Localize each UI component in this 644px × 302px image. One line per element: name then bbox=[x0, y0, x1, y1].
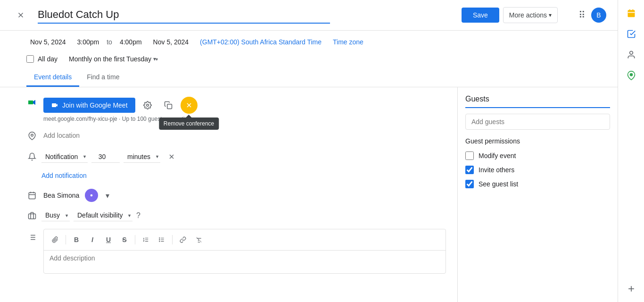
allday-checkbox[interactable] bbox=[26, 55, 34, 63]
close-button[interactable] bbox=[11, 6, 30, 25]
recurrence-row: All day Monthly on the first Tuesday ▾ bbox=[0, 51, 618, 68]
event-title-input[interactable] bbox=[38, 7, 330, 24]
calendar-icon bbox=[26, 190, 38, 201]
svg-point-38 bbox=[630, 74, 632, 76]
left-panel: Join with Google Meet bbox=[0, 87, 457, 302]
join-meet-label: Join with Google Meet bbox=[62, 101, 128, 109]
svg-rect-3 bbox=[28, 101, 33, 104]
avatar[interactable]: B bbox=[591, 8, 606, 23]
sidebar-icon-calendar[interactable] bbox=[622, 4, 641, 23]
tabs-row: Event details Find a time bbox=[0, 68, 618, 87]
numbered-list-button[interactable] bbox=[138, 232, 153, 247]
svg-rect-33 bbox=[627, 10, 635, 17]
tab-find-time[interactable]: Find a time bbox=[79, 68, 127, 87]
tab-event-details[interactable]: Event details bbox=[26, 68, 79, 87]
notification-type-select[interactable]: Notification bbox=[41, 151, 88, 162]
remove-conference-wrapper: Remove conference bbox=[181, 97, 198, 114]
help-icon[interactable]: ? bbox=[136, 211, 140, 220]
recurrence-chevron-icon: ▾ bbox=[153, 56, 156, 62]
calendar-color-button[interactable] bbox=[85, 189, 98, 202]
start-date-button[interactable]: Nov 5, 2024 bbox=[26, 36, 70, 48]
strikethrough-button[interactable]: S bbox=[117, 232, 132, 247]
invite-others-label: Invite others bbox=[479, 166, 514, 174]
timezone-button[interactable]: (GMT+02:00) South Africa Standard Time bbox=[196, 36, 325, 48]
notification-value-input[interactable] bbox=[91, 151, 120, 163]
header: Save More actions ▾ ⠿ B bbox=[0, 0, 618, 31]
svg-rect-11 bbox=[29, 193, 35, 199]
guests-panel: Guests Guest permissions Modify event In… bbox=[457, 87, 618, 302]
chevron-down-icon: ▾ bbox=[549, 12, 552, 18]
see-guest-list-checkbox[interactable] bbox=[465, 180, 474, 188]
bold-button[interactable]: B bbox=[69, 232, 84, 247]
calendar-name: Bea Simona bbox=[43, 192, 79, 199]
description-editor: B I U S bbox=[43, 229, 446, 274]
description-content[interactable] bbox=[44, 251, 446, 273]
sidebar-icon-people[interactable] bbox=[622, 45, 641, 64]
permission-see-guest-list: See guest list bbox=[465, 177, 610, 191]
underline-button[interactable]: U bbox=[101, 232, 116, 247]
meet-link-text: meet.google.com/fhy-xicu-pje · Up to 100… bbox=[43, 116, 446, 122]
svg-point-29 bbox=[159, 238, 160, 238]
svg-point-30 bbox=[159, 239, 160, 240]
modify-event-checkbox[interactable] bbox=[465, 151, 474, 160]
remove-conference-button[interactable] bbox=[181, 97, 198, 114]
busy-status-select[interactable]: Busy bbox=[41, 210, 70, 221]
save-button[interactable]: Save bbox=[462, 8, 499, 23]
join-meet-button[interactable]: Join with Google Meet bbox=[43, 98, 135, 113]
more-actions-label: More actions bbox=[509, 11, 547, 19]
add-guests-input[interactable] bbox=[465, 114, 610, 130]
notification-unit-select[interactable]: minutes bbox=[124, 151, 160, 162]
status-row: Busy ▾ Default visibility ▾ ? bbox=[0, 206, 457, 225]
end-date-button[interactable]: Nov 5, 2024 bbox=[149, 36, 193, 48]
visibility-wrapper: Default visibility ▾ bbox=[74, 210, 132, 221]
svg-line-32 bbox=[197, 237, 202, 243]
permission-modify-event: Modify event bbox=[465, 149, 610, 163]
bell-icon bbox=[26, 151, 38, 162]
description-area: B I U S bbox=[26, 229, 446, 274]
permission-invite-others: Invite others bbox=[465, 163, 610, 177]
bullet-list-button[interactable] bbox=[154, 232, 169, 247]
notification-unit-wrapper: minutes ▾ bbox=[124, 151, 160, 163]
location-input[interactable] bbox=[43, 130, 446, 142]
svg-rect-16 bbox=[29, 214, 36, 219]
description-input[interactable] bbox=[50, 254, 440, 262]
sidebar bbox=[618, 0, 644, 302]
meet-settings-button[interactable] bbox=[139, 97, 156, 114]
start-time-button[interactable]: 3:00pm bbox=[74, 36, 103, 48]
remove-format-button[interactable] bbox=[191, 232, 206, 247]
italic-button[interactable]: I bbox=[85, 232, 100, 247]
description-icon bbox=[26, 232, 38, 243]
sidebar-icon-maps[interactable] bbox=[622, 66, 641, 85]
recurrence-button[interactable]: Monthly on the first Tuesday ▾ bbox=[65, 53, 160, 65]
visibility-select[interactable]: Default visibility bbox=[74, 210, 132, 221]
add-notification-button[interactable]: Add notification bbox=[38, 170, 91, 181]
end-time-button[interactable]: 4:00pm bbox=[116, 36, 146, 48]
svg-point-15 bbox=[91, 194, 93, 197]
toolbar-divider-3 bbox=[172, 235, 173, 244]
meet-copy-button[interactable] bbox=[160, 97, 177, 114]
sidebar-add-button[interactable] bbox=[622, 279, 641, 298]
see-guest-list-label: See guest list bbox=[479, 180, 518, 188]
remove-notification-button[interactable] bbox=[164, 149, 179, 164]
svg-point-37 bbox=[629, 51, 633, 55]
meet-content: Join with Google Meet bbox=[43, 97, 446, 122]
recurrence-value: Monthly on the first Tuesday bbox=[69, 55, 151, 63]
svg-point-31 bbox=[159, 241, 160, 242]
add-notification-row: Add notification bbox=[0, 168, 457, 185]
sidebar-icon-tasks[interactable] bbox=[622, 25, 641, 43]
more-actions-button[interactable]: More actions ▾ bbox=[503, 7, 558, 23]
apps-grid-icon[interactable]: ⠿ bbox=[577, 8, 587, 23]
calendar-dropdown-button[interactable]: ▾ bbox=[104, 189, 111, 202]
link-button[interactable] bbox=[175, 232, 190, 247]
toolbar-divider-1 bbox=[66, 235, 66, 244]
invite-others-checkbox[interactable] bbox=[465, 166, 474, 174]
notification-row: Notification ▾ minutes ▾ bbox=[0, 145, 457, 168]
attach-button[interactable] bbox=[48, 232, 63, 247]
meet-section: Join with Google Meet bbox=[0, 93, 457, 126]
svg-point-4 bbox=[146, 104, 149, 107]
datetime-row: Nov 5, 2024 3:00pm to 4:00pm Nov 5, 2024… bbox=[0, 31, 618, 51]
timezone-link-button[interactable]: Time zone bbox=[329, 36, 367, 48]
calendar-row: Bea Simona ▾ bbox=[0, 185, 457, 206]
google-meet-icon bbox=[26, 97, 38, 108]
header-actions: Save More actions ▾ ⠿ B bbox=[462, 7, 606, 23]
